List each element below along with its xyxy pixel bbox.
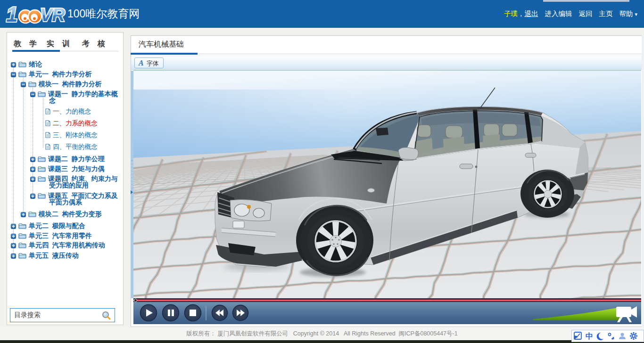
svg-text:VR: VR [40, 5, 65, 25]
svg-text:中: 中 [586, 332, 593, 340]
svg-text:1: 1 [6, 3, 17, 25]
